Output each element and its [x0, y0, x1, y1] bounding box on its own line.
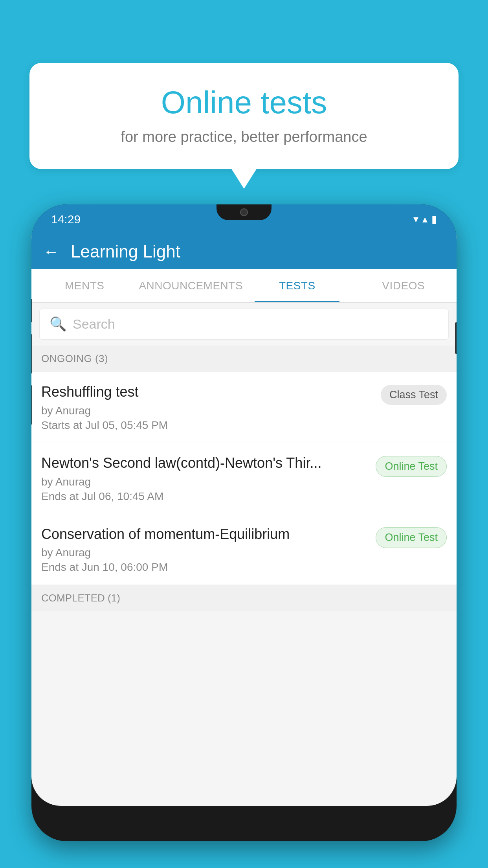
test-info: Conservation of momentum-Equilibrium by …	[41, 525, 376, 574]
phone-frame: 14:29 ▾ ▴ ▮ ← Learning Light MENTS ANNOU…	[31, 204, 457, 841]
test-info: Reshuffling test by Anurag Starts at Jul…	[41, 383, 381, 432]
search-input[interactable]: Search	[73, 316, 115, 332]
test-by: by Anurag	[41, 546, 370, 559]
test-date: Ends at Jul 06, 10:45 AM	[41, 490, 370, 503]
test-list: Reshuffling test by Anurag Starts at Jul…	[31, 372, 457, 585]
test-badge-online: Online Test	[376, 456, 447, 477]
completed-section-header: COMPLETED (1)	[31, 585, 457, 611]
search-icon: 🔍	[50, 316, 67, 332]
bubble-title: Online tests	[53, 85, 435, 121]
back-button[interactable]: ←	[43, 243, 59, 261]
volume-silent-button	[31, 299, 32, 322]
tabs-bar: MENTS ANNOUNCEMENTS TESTS VIDEOS	[31, 269, 457, 303]
test-date: Starts at Jul 05, 05:45 PM	[41, 419, 375, 432]
speech-bubble: Online tests for more practice, better p…	[29, 63, 459, 169]
test-badge-online-2: Online Test	[376, 527, 447, 548]
test-item[interactable]: Newton's Second law(contd)-Newton's Thir…	[31, 443, 457, 514]
front-camera	[240, 208, 248, 216]
tab-ments[interactable]: MENTS	[31, 269, 138, 302]
test-name: Newton's Second law(contd)-Newton's Thir…	[41, 454, 370, 473]
app-header: ← Learning Light	[31, 234, 457, 269]
test-by: by Anurag	[41, 405, 375, 417]
test-name: Reshuffling test	[41, 383, 375, 401]
test-by: by Anurag	[41, 476, 370, 488]
test-badge-class: Class Test	[381, 385, 447, 405]
test-date: Ends at Jun 10, 06:00 PM	[41, 561, 370, 574]
wifi-icon: ▾	[413, 213, 418, 225]
test-name: Conservation of momentum-Equilibrium	[41, 525, 370, 544]
volume-down-button	[31, 385, 32, 425]
signal-icon: ▴	[422, 213, 427, 225]
power-button	[455, 322, 457, 354]
status-icons: ▾ ▴ ▮	[413, 213, 437, 225]
test-item[interactable]: Reshuffling test by Anurag Starts at Jul…	[31, 372, 457, 443]
tab-tests[interactable]: TESTS	[244, 269, 350, 302]
search-box[interactable]: 🔍 Search	[39, 309, 449, 340]
status-time: 14:29	[51, 213, 81, 226]
phone-wrap: 14:29 ▾ ▴ ▮ ← Learning Light MENTS ANNOU…	[31, 204, 457, 868]
test-info: Newton's Second law(contd)-Newton's Thir…	[41, 454, 376, 503]
phone-notch	[216, 204, 272, 220]
app-title: Learning Light	[71, 242, 180, 261]
tab-videos[interactable]: VIDEOS	[350, 269, 457, 302]
app-screen: ← Learning Light MENTS ANNOUNCEMENTS TES…	[31, 234, 457, 806]
bubble-subtitle: for more practice, better performance	[53, 129, 435, 145]
battery-icon: ▮	[431, 213, 437, 225]
ongoing-section-header: ONGOING (3)	[31, 346, 457, 372]
tab-announcements[interactable]: ANNOUNCEMENTS	[138, 269, 244, 302]
search-container: 🔍 Search	[31, 303, 457, 346]
volume-up-button	[31, 334, 32, 373]
test-item[interactable]: Conservation of momentum-Equilibrium by …	[31, 514, 457, 585]
